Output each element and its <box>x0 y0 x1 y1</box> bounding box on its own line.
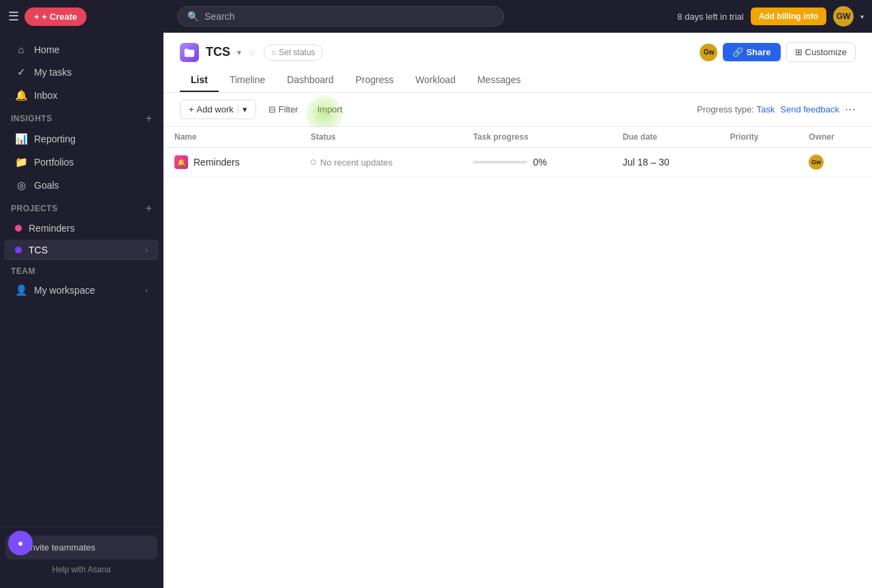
customize-button[interactable]: ⊞ Customize <box>786 42 856 62</box>
avatar[interactable]: GW <box>833 6 854 27</box>
goals-icon: ◎ <box>15 179 27 191</box>
name-cell: 🔔 Reminders <box>174 155 289 169</box>
toolbar: + Add work ▾ ⊟ Filter Import Progress ty… <box>164 93 872 127</box>
content-area: TCS ▾ ☆ ○ Set status Gw 🔗 Share ⊞ Custom… <box>164 33 872 588</box>
inbox-icon: 🔔 <box>15 89 27 102</box>
progress-bar-container: 0% <box>473 157 601 168</box>
invite-label: Invite teammates <box>28 542 95 553</box>
hamburger-icon[interactable]: ☰ <box>8 9 19 24</box>
sidebar-label-reporting: Reporting <box>34 134 76 144</box>
sidebar-item-goals[interactable]: ◎ Goals <box>4 174 159 196</box>
workspace-icon: 👤 <box>15 284 27 296</box>
owner-avatar: Gw <box>809 155 824 170</box>
sidebar-item-portfolios[interactable]: 📁 Portfolios <box>4 151 159 173</box>
reporting-icon: 📊 <box>15 133 27 145</box>
search-placeholder: Search <box>204 11 234 22</box>
topbar-left: ☰ + + Create <box>8 7 87 26</box>
project-header: TCS ▾ ☆ ○ Set status Gw 🔗 Share ⊞ Custom… <box>164 33 872 93</box>
add-work-label: Add work <box>197 104 234 114</box>
sidebar-label-my-workspace: My workspace <box>34 285 95 296</box>
send-feedback-link[interactable]: Send feedback <box>780 104 839 114</box>
set-status-label: Set status <box>279 48 315 57</box>
main-layout: ⌂ Home ✓ My tasks 🔔 Inbox Insights + 📊 R… <box>0 33 872 588</box>
filter-label: Filter <box>279 104 298 114</box>
tab-messages[interactable]: Messages <box>467 69 532 92</box>
col-header-task-progress: Task progress <box>462 127 612 148</box>
help-dot[interactable]: ● <box>8 531 33 555</box>
progress-type-prefix: Progress type: <box>697 104 756 114</box>
share-button[interactable]: 🔗 Share <box>723 43 780 61</box>
sidebar-label-portfolios: Portfolios <box>34 157 74 168</box>
filter-icon: ⊟ <box>268 104 276 114</box>
header-right-buttons: Gw 🔗 Share ⊞ Customize <box>700 42 856 62</box>
project-folder-icon <box>180 43 199 62</box>
sidebar-item-tcs[interactable]: TCS › <box>4 240 159 260</box>
more-options-button[interactable]: ⋯ <box>845 103 856 116</box>
tab-list[interactable]: List <box>180 69 219 92</box>
cell-task-progress: 0% <box>462 148 612 177</box>
import-button[interactable]: Import <box>311 100 349 119</box>
add-work-button[interactable]: + Add work ▾ <box>180 99 256 119</box>
filter-button[interactable]: ⊟ Filter <box>262 100 305 119</box>
insights-add-button[interactable]: + <box>146 112 152 125</box>
cell-priority <box>719 148 798 177</box>
projects-label: Projects <box>11 204 58 213</box>
status-label: No recent updates <box>320 157 392 168</box>
col-header-owner: Owner <box>798 127 872 148</box>
search-bar[interactable]: 🔍 Search <box>177 6 504 27</box>
cell-name: 🔔 Reminders <box>164 148 300 177</box>
table-header-row: Name Status Task progress Due date Prior… <box>164 127 872 148</box>
status-circle-icon: ○ <box>271 48 276 57</box>
tab-workload[interactable]: Workload <box>405 69 467 92</box>
cell-due-date: Jul 18 – 30 <box>612 148 719 177</box>
reminders-dot <box>15 225 22 232</box>
col-header-status: Status <box>300 127 462 148</box>
create-button[interactable]: + + Create <box>25 7 87 26</box>
sidebar-item-home[interactable]: ⌂ Home <box>4 39 159 60</box>
tab-dashboard[interactable]: Dashboard <box>276 69 345 92</box>
search-icon: 🔍 <box>187 11 199 22</box>
tasks-icon: ✓ <box>15 66 27 78</box>
projects-add-button[interactable]: + <box>146 202 152 215</box>
toolbar-right: Progress type: Task Send feedback ⋯ <box>697 103 856 116</box>
status-dot-icon <box>311 159 316 165</box>
insights-label: Insights <box>11 114 52 123</box>
sidebar-item-reminders[interactable]: Reminders <box>4 218 159 238</box>
sidebar-label-tcs: TCS <box>29 245 48 256</box>
sidebar-label-goals: Goals <box>34 180 59 191</box>
tab-progress[interactable]: Progress <box>345 69 405 92</box>
share-icon: 🔗 <box>732 47 743 57</box>
project-name: TCS <box>206 45 230 59</box>
sidebar: ⌂ Home ✓ My tasks 🔔 Inbox Insights + 📊 R… <box>0 33 164 588</box>
add-billing-button[interactable]: Add billing info <box>751 7 826 25</box>
sidebar-item-inbox[interactable]: 🔔 Inbox <box>4 84 159 106</box>
row-name: Reminders <box>193 157 240 168</box>
sidebar-label-reminders: Reminders <box>29 223 75 234</box>
table-row[interactable]: 🔔 Reminders No recent updates <box>164 148 872 177</box>
set-status-button[interactable]: ○ Set status <box>264 44 323 61</box>
sidebar-item-my-tasks[interactable]: ✓ My tasks <box>4 61 159 83</box>
status-cell: No recent updates <box>311 157 451 168</box>
project-title-row: TCS ▾ ☆ ○ Set status Gw 🔗 Share ⊞ Custom… <box>180 42 856 62</box>
tcs-chevron-icon: › <box>145 246 148 254</box>
cell-owner: Gw <box>798 148 872 177</box>
share-label: Share <box>746 47 770 57</box>
topbar-right: 8 days left in trial Add billing info GW… <box>677 6 864 27</box>
avatar-chevron-icon[interactable]: ▾ <box>860 13 864 20</box>
sidebar-label-home: Home <box>34 44 59 55</box>
col-header-priority: Priority <box>719 127 798 148</box>
progress-type-link[interactable]: Task <box>757 104 775 114</box>
sidebar-item-my-workspace[interactable]: 👤 My workspace › <box>4 279 159 301</box>
team-label: Team <box>11 266 35 276</box>
reminders-project-icon: 🔔 <box>174 155 188 169</box>
project-name-chevron-icon[interactable]: ▾ <box>237 48 241 57</box>
star-icon[interactable]: ☆ <box>248 47 257 58</box>
sidebar-label-inbox: Inbox <box>34 90 57 101</box>
help-with-asana-link[interactable]: Help with Asana <box>5 565 157 574</box>
tab-timeline[interactable]: Timeline <box>219 69 276 92</box>
sidebar-item-reporting[interactable]: 📊 Reporting <box>4 128 159 150</box>
add-work-chevron-icon[interactable]: ▾ <box>238 104 247 114</box>
col-header-name: Name <box>164 127 300 148</box>
cell-status: No recent updates <box>300 148 462 177</box>
progress-label: 0% <box>533 157 546 168</box>
